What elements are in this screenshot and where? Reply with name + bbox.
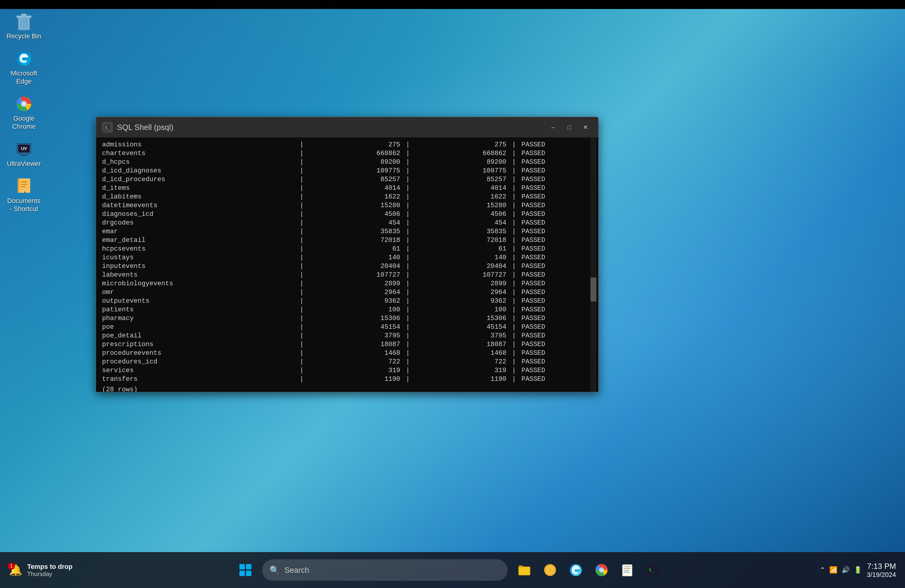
window-controls: – □ ✕ <box>546 122 592 133</box>
row-count1: 2964 <box>309 288 400 297</box>
sql-titlebar[interactable]: $_ SQL Shell (psql) – □ ✕ <box>96 117 598 137</box>
row-count1: 4014 <box>309 184 400 192</box>
row-name: d_icd_procedures <box>102 175 294 184</box>
row-status: PASSED <box>522 184 592 192</box>
row-status: PASSED <box>522 192 592 201</box>
recycle-bin-icon[interactable]: Recycle Bin <box>6 12 42 40</box>
row-count1: 107727 <box>309 271 400 279</box>
row-name: chartevents <box>102 149 294 158</box>
maximize-button[interactable]: □ <box>562 122 576 133</box>
taskbar: 🔔 1 Temps to drop Thursday 🔍 Search <box>0 552 905 588</box>
documents-shortcut-image <box>14 176 33 196</box>
row-name: procedures_icd <box>102 358 294 366</box>
taskbar-notification: Temps to drop Thursday <box>27 563 72 577</box>
row-status: PASSED <box>522 314 592 323</box>
row-name: icustays <box>102 253 294 262</box>
row-status: PASSED <box>522 253 592 262</box>
ultra-viewer-icon[interactable]: UV UltraViewer <box>6 140 42 168</box>
search-bar[interactable]: 🔍 Search <box>262 559 508 581</box>
table-row: d_icd_procedures | 85257 | 85257 | PASSE… <box>102 175 592 184</box>
row-count2: 2964 <box>415 288 506 297</box>
close-button[interactable]: ✕ <box>578 122 592 133</box>
tray-volume-icon[interactable]: 🔊 <box>841 566 849 574</box>
taskbar-edge[interactable] <box>565 559 587 581</box>
row-count2: 35835 <box>415 227 506 236</box>
svg-text:$_: $_ <box>649 567 654 572</box>
table-row: inputevents | 20404 | 20404 | PASSED <box>102 262 592 271</box>
row-count2: 61 <box>415 245 506 253</box>
row-count1: 275 <box>309 140 400 149</box>
row-count2: 454 <box>415 219 506 227</box>
svg-rect-41 <box>624 566 631 567</box>
row-status: PASSED <box>522 262 592 271</box>
recycle-bin-image <box>14 12 33 31</box>
row-status: PASSED <box>522 140 592 149</box>
table-row: outputevents | 9362 | 9362 | PASSED <box>102 297 592 305</box>
row-count1: 18087 <box>309 340 400 349</box>
row-count1: 2899 <box>309 279 400 288</box>
row-count1: 89200 <box>309 158 400 167</box>
taskbar-file-explorer[interactable] <box>514 559 535 581</box>
row-count1: 15280 <box>309 201 400 210</box>
table-row: poe_detail | 3795 | 3795 | PASSED <box>102 331 592 340</box>
row-name: procedureevents <box>102 349 294 358</box>
row-name: poe_detail <box>102 331 294 340</box>
row-name: poe <box>102 323 294 331</box>
row-name: inputevents <box>102 262 294 271</box>
row-count2: 100 <box>415 305 506 314</box>
table-row: diagnoses_icd | 4506 | 4506 | PASSED <box>102 210 592 219</box>
row-name: admissions <box>102 140 294 149</box>
row-count1: 454 <box>309 219 400 227</box>
row-count1: 1468 <box>309 349 400 358</box>
row-status: PASSED <box>522 227 592 236</box>
table-row: chartevents | 668862 | 668862 | PASSED <box>102 149 592 158</box>
row-name: d_labitems <box>102 192 294 201</box>
row-count1: 140 <box>309 253 400 262</box>
row-count2: 668862 <box>415 149 506 158</box>
table-row: datetimeevents | 15280 | 15280 | PASSED <box>102 201 592 210</box>
documents-shortcut-icon[interactable]: Documents - Shortcut <box>6 176 42 213</box>
row-status: PASSED <box>522 297 592 305</box>
microsoft-edge-icon[interactable]: Microsoft Edge <box>6 49 42 85</box>
tray-chevron[interactable]: ⌃ <box>820 566 825 574</box>
row-count2: 15306 <box>415 314 506 323</box>
row-count1: 668862 <box>309 149 400 158</box>
row-count2: 4506 <box>415 210 506 219</box>
taskbar-terminal[interactable]: $_ <box>642 559 664 581</box>
sql-results-table: admissions | 275 | 275 | PASSED charteve… <box>102 140 592 383</box>
table-row: labevents | 107727 | 107727 | PASSED <box>102 271 592 279</box>
clock-time: 7:13 PM <box>867 562 896 571</box>
row-count1: 15306 <box>309 314 400 323</box>
table-row: prescriptions | 18087 | 18087 | PASSED <box>102 340 592 349</box>
row-status: PASSED <box>522 358 592 366</box>
row-status: PASSED <box>522 279 592 288</box>
row-status: PASSED <box>522 349 592 358</box>
row-count2: 722 <box>415 358 506 366</box>
svg-rect-42 <box>624 568 631 569</box>
row-name: d_icd_diagnoses <box>102 167 294 175</box>
row-count1: 1190 <box>309 375 400 383</box>
google-chrome-label: Google Chrome <box>6 114 42 130</box>
svg-rect-14 <box>20 155 28 156</box>
row-name: emar_detail <box>102 236 294 245</box>
svg-text:🔸: 🔸 <box>547 567 554 573</box>
taskbar-apps: 🔸 <box>514 559 664 581</box>
google-chrome-icon[interactable]: Google Chrome <box>6 94 42 130</box>
clock[interactable]: 7:13 PM 3/19/2024 <box>867 562 896 579</box>
svg-rect-30 <box>519 567 530 575</box>
table-row: d_icd_diagnoses | 109775 | 109775 | PASS… <box>102 167 592 175</box>
notification-subtitle: Thursday <box>27 571 72 577</box>
minimize-button[interactable]: – <box>546 122 560 133</box>
svg-rect-24 <box>246 564 251 569</box>
taskbar-app-1[interactable]: 🔸 <box>539 559 561 581</box>
table-row: transfers | 1190 | 1190 | PASSED <box>102 375 592 383</box>
taskbar-chrome[interactable] <box>591 559 612 581</box>
start-button[interactable] <box>235 559 256 581</box>
row-name: omr <box>102 288 294 297</box>
row-name: outputevents <box>102 297 294 305</box>
row-status: PASSED <box>522 236 592 245</box>
table-row: emar | 35835 | 35835 | PASSED <box>102 227 592 236</box>
table-row: d_hcpcs | 89200 | 89200 | PASSED <box>102 158 592 167</box>
row-name: d_items <box>102 184 294 192</box>
taskbar-notepad[interactable] <box>616 559 638 581</box>
